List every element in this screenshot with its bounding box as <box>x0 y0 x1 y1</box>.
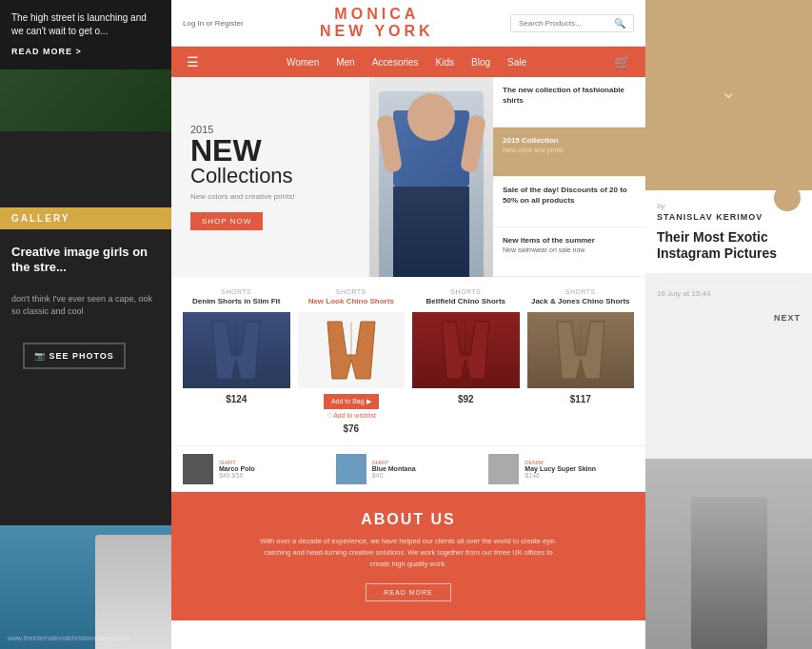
mini-product-2-image <box>336 454 366 484</box>
hero-card-3-title: Sale of the day! Discounts of 20 to 50% … <box>503 185 636 206</box>
left-sub-text: don't think I've ever seen a cape, ook s… <box>0 293 171 317</box>
mini-2-price: $40 <box>372 472 416 479</box>
bottom-products-row: Shirt Marco Polo $49 $56 Shirt Blue Mont… <box>171 445 645 492</box>
product-card-3: Shorts Bellfield Chino Shorts $92 <box>412 288 520 434</box>
gallery-label: GALLERY <box>0 207 171 229</box>
article-date: 16 July at 15:44 <box>645 289 812 305</box>
product-card-4: Shorts Jack & Jones Chino Shorts $117 <box>527 288 635 434</box>
hero-collections: Collections <box>190 166 350 187</box>
left-top-content: The high street is launching and we can'… <box>0 0 171 69</box>
bottom-photo <box>645 459 812 649</box>
product-2-price: $76 <box>298 423 406 434</box>
hero-new-label: NEW <box>190 133 262 167</box>
shop-now-button[interactable]: SHOP NOW <box>190 212 263 230</box>
site-header: Log In or Register MONICA NEW YORK 🔍 <box>171 0 645 47</box>
article-divider <box>657 281 801 282</box>
mini-product-3-info: Denim May Lucy Super Skinn $146 <box>525 460 596 479</box>
logo-tagline: NEW YORK <box>320 23 434 39</box>
nav-sale[interactable]: Sale <box>507 57 526 68</box>
mini-3-name: May Lucy Super Skinn <box>525 465 596 472</box>
header-auth: Log In or Register <box>183 19 244 28</box>
left-read-more[interactable]: READ MORE > <box>11 46 160 58</box>
see-photos-button[interactable]: 📷 SEE PHOTOS <box>23 343 126 369</box>
product-2-category: Shorts <box>298 288 406 295</box>
hero-card-4-title: New items of the summer <box>503 235 636 246</box>
camera-icon: 📷 <box>34 351 50 361</box>
search-input[interactable] <box>519 19 614 28</box>
article-title: Their Most Exotic Instagram Pictures <box>657 229 801 262</box>
mini-product-2: Shirt Blue Montana $40 <box>336 454 482 484</box>
about-read-more-button[interactable]: READ MORE <box>366 583 450 601</box>
product-3-price: $92 <box>412 394 520 404</box>
left-panel: The high street is launching and we can'… <box>0 0 171 649</box>
mini-2-name: Blue Montana <box>372 465 416 472</box>
nav-links: Women Men Accesories Kids Blog Sale <box>287 57 526 68</box>
products-grid: Shorts Denim Shorts in Slim Fit $124 Sho… <box>183 288 634 434</box>
nav-women[interactable]: Women <box>287 57 319 68</box>
hero-card-1-title: The new collection of fashionable shirts <box>503 85 636 106</box>
product-4-category: Shorts <box>527 288 635 295</box>
site-url: www.theinternationalchristiancollege.com <box>8 635 129 641</box>
product-1-category: Shorts <box>183 288 290 295</box>
login-link[interactable]: Log In <box>183 19 204 28</box>
right-panel: ⌄ by STANISLAV KERIMOV Their Most Exotic… <box>645 0 812 649</box>
mini-product-1-image <box>183 454 213 484</box>
about-text: With over a decade of experience, we hav… <box>256 536 561 570</box>
hero-card-2: 2015 Collection New color and prints <box>493 128 645 178</box>
mini-1-name: Marco Polo <box>219 465 255 472</box>
left-creative-heading: Creative image girls on the stre... <box>0 233 171 288</box>
left-headline: The high street is launching and we can'… <box>11 11 160 38</box>
register-link[interactable]: Register <box>215 19 244 28</box>
mini-product-1-info: Shirt Marco Polo $49 $56 <box>219 460 255 479</box>
site-logo: MONICA <box>320 6 434 23</box>
about-section: ABOUT US With over a decade of experienc… <box>171 492 645 620</box>
hamburger-menu-icon[interactable]: ☰ <box>187 54 199 69</box>
left-bottom-image: www.theinternationalchristiancollege.com <box>0 525 171 649</box>
cart-icon[interactable]: 🛒 <box>614 54 630 69</box>
right-article: by STANISLAV KERIMOV Their Most Exotic I… <box>645 190 812 273</box>
nav-blog[interactable]: Blog <box>471 57 490 68</box>
add-to-wishlist-link[interactable]: ♡ Add to wishlist <box>298 412 406 420</box>
hero-section: 2015 NEW Collections New colors and crea… <box>171 77 645 277</box>
product-1-image <box>183 312 290 388</box>
mini-product-1: Shirt Marco Polo $49 $56 <box>183 454 328 484</box>
about-title: ABOUT US <box>209 511 607 528</box>
nav-men[interactable]: Men <box>336 57 354 68</box>
hero-text: 2015 NEW Collections New colors and crea… <box>171 77 369 277</box>
products-section: Shorts Denim Shorts in Slim Fit $124 Sho… <box>171 277 645 445</box>
search-box[interactable]: 🔍 <box>510 14 634 32</box>
mini-product-3: Denim May Lucy Super Skinn $146 <box>488 454 634 484</box>
product-1-name: Denim Shorts in Slim Fit <box>183 297 290 306</box>
mini-product-3-image <box>488 454 519 484</box>
search-icon: 🔍 <box>614 18 625 29</box>
hero-card-2-subtitle: New color and prints <box>503 146 636 155</box>
mini-3-price: $146 <box>525 472 596 479</box>
product-3-image <box>412 312 520 388</box>
hero-card-2-title: 2015 Collection <box>503 135 636 146</box>
right-top-section: ⌄ <box>645 0 812 190</box>
hero-card-1: The new collection of fashionable shirts <box>493 77 645 128</box>
product-3-name: Bellfield Chino Shorts <box>412 297 520 306</box>
product-3-category: Shorts <box>412 288 520 295</box>
add-to-bag-button[interactable]: Add to Bag ▶ <box>324 394 379 409</box>
next-button[interactable]: NEXT <box>645 305 812 330</box>
avatar <box>774 185 801 211</box>
hero-subtitle: New colors and creative prints! <box>190 192 350 201</box>
hero-card-4: New items of the summer New swimwear on … <box>493 227 645 278</box>
nav-accesories[interactable]: Accesories <box>372 57 419 68</box>
hero-card-3: Sale of the day! Discounts of 20 to 50% … <box>493 177 645 227</box>
product-card-1: Shorts Denim Shorts in Slim Fit $124 <box>183 288 290 434</box>
product-2-name: New Look Chino Shorts <box>298 297 406 306</box>
chevron-down-icon: ⌄ <box>721 80 737 103</box>
center-ecommerce-panel: Log In or Register MONICA NEW YORK 🔍 ☰ W… <box>171 0 645 649</box>
hero-model-image <box>369 77 493 277</box>
site-navigation: ☰ Women Men Accesories Kids Blog Sale 🛒 <box>171 47 645 77</box>
author-name: STANISLAV KERIMOV <box>657 212 801 222</box>
mini-product-2-info: Shirt Blue Montana $40 <box>372 460 416 479</box>
product-4-price: $117 <box>527 394 635 404</box>
product-2-image <box>298 312 406 388</box>
mini-1-price: $49 $56 <box>219 472 255 479</box>
product-4-name: Jack & Jones Chino Shorts <box>527 297 635 306</box>
product-card-2: Shorts New Look Chino Shorts Add to Bag … <box>298 288 406 434</box>
nav-kids[interactable]: Kids <box>436 57 454 68</box>
